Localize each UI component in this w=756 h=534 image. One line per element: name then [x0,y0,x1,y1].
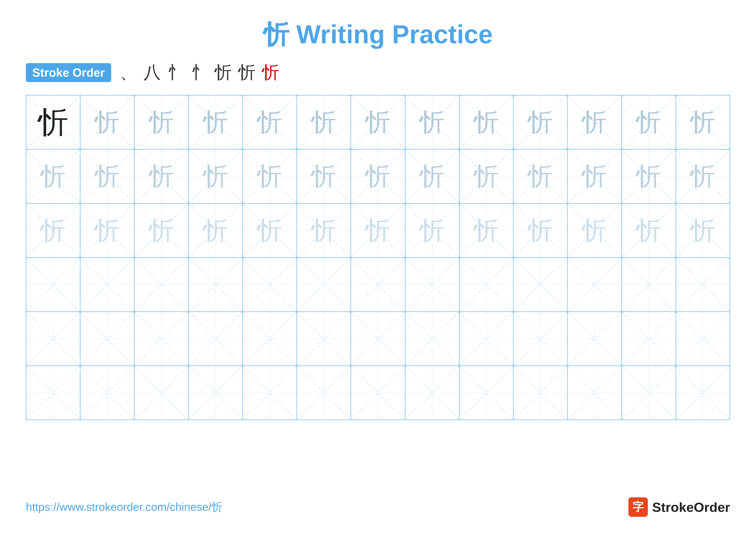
grid-cell: 忻 [243,95,297,149]
grid-cell [568,312,622,366]
grid-cell: 忻 [568,204,622,258]
grid-cell [189,258,243,312]
practice-char: 忻 [149,110,174,135]
grid-cell: 忻 [243,149,297,204]
grid-cell: 忻 [676,95,730,149]
grid-cell: 忻 [459,149,514,204]
practice-char: 忻 [149,164,174,189]
grid-cell: 忻 [134,95,189,149]
practice-char: 忻 [528,164,553,189]
practice-char: 忻 [582,164,607,189]
grid-cell: 忻 [514,95,568,149]
practice-char: 忻 [636,218,661,243]
practice-char: 忻 [41,164,66,189]
grid-cell [243,366,297,420]
practice-char: 忻 [95,218,120,243]
grid-cell [80,258,134,312]
practice-char: 忻 [690,218,715,243]
grid-cell: 忻 [80,149,134,204]
grid-cell [189,312,243,366]
grid-cell [514,366,568,420]
grid-cell: 忻 [568,95,622,149]
grid-cell [351,312,405,366]
practice-char: 忻 [95,110,120,135]
practice-char: 忻 [365,218,390,243]
grid-cell [26,312,80,366]
practice-char: 忻 [365,164,390,189]
practice-char: 忻 [311,110,336,135]
grid-cell: 忻 [622,95,676,149]
grid-cell [676,258,730,312]
grid-cell [26,366,80,420]
grid-cell: 忻 [80,204,134,258]
practice-char: 忻 [365,110,390,135]
grid-cell: 忻 [676,204,730,258]
grid-cell [243,312,297,366]
grid-cell: 忻 [189,149,243,204]
grid-cell [351,258,405,312]
grid-cell [568,258,622,312]
grid-cell [134,366,189,420]
grid-cell: 忻 [568,149,622,204]
grid-cell: 忻 [514,204,568,258]
grid-cell: 忻 [405,204,459,258]
practice-char: 忻 [38,107,68,138]
stroke-order-badge: Stroke Order [26,63,111,82]
grid-cell [405,366,459,420]
stroke-order-row: Stroke Order 、 八 忄 忄 忻 忻 忻 [26,61,730,84]
stroke-1: 、 [120,61,137,84]
grid-cell: 忻 [26,204,80,258]
practice-char: 忻 [474,218,499,243]
grid-cell [297,258,351,312]
stroke-sequence: 、 八 忄 忄 忻 忻 忻 [120,61,279,84]
stroke-7: 忻 [262,61,279,84]
grid-cell [676,312,730,366]
grid-cell [459,258,514,312]
practice-char: 忻 [41,218,66,243]
grid-cell: 忻 [405,149,459,204]
grid-cell [405,312,459,366]
grid-cell: 忻 [134,204,189,258]
grid-cell [189,366,243,420]
grid-cell [622,366,676,420]
practice-char: 忻 [582,218,607,243]
practice-char: 忻 [203,110,228,135]
grid-cell [134,258,189,312]
logo-text: StrokeOrder [652,499,730,515]
practice-char: 忻 [311,164,336,189]
practice-char: 忻 [690,110,715,135]
grid-cell: 忻 [80,95,134,149]
practice-char: 忻 [582,110,607,135]
grid-cell: 忻 [134,149,189,204]
practice-char: 忻 [95,164,120,189]
logo-icon: 字 [629,497,648,517]
grid-cell: 忻 [351,95,405,149]
practice-char: 忻 [636,110,661,135]
practice-char: 忻 [528,218,553,243]
grid-cell: 忻 [459,204,514,258]
grid-cell: 忻 [189,95,243,149]
grid-cell [622,312,676,366]
grid-cell: 忻 [26,95,80,149]
footer: https://www.strokeorder.com/chinese/忻 字 … [26,497,730,517]
grid-cell [676,366,730,420]
grid-cell [351,366,405,420]
grid-cell [514,258,568,312]
grid-cell: 忻 [26,149,80,204]
grid-cell [514,312,568,366]
grid-cell: 忻 [514,149,568,204]
grid-cell: 忻 [622,149,676,204]
grid-cell [568,366,622,420]
stroke-6: 忻 [238,61,256,84]
practice-char: 忻 [420,218,445,243]
grid-cell: 忻 [622,204,676,258]
grid-cell [26,258,80,312]
practice-char: 忻 [203,164,228,189]
stroke-3: 忄 [167,61,184,84]
grid-cell: 忻 [297,149,351,204]
practice-char: 忻 [203,218,228,243]
grid-cell: 忻 [189,204,243,258]
grid-cell [134,312,189,366]
grid-cell [459,312,514,366]
practice-char: 忻 [636,164,661,189]
